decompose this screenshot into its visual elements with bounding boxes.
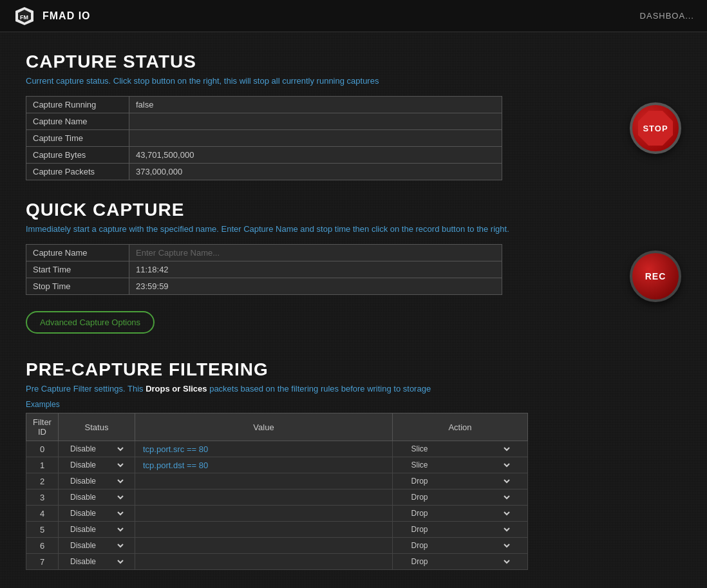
table-row: Capture Packets373,000,000: [26, 164, 502, 180]
capture-field-input[interactable]: [136, 248, 495, 258]
logo-area: FM FMAD IO: [13, 5, 91, 28]
row-label: Capture Bytes: [26, 147, 129, 164]
row-label: Capture Name: [26, 113, 129, 130]
filter-status-select[interactable]: DisableEnable: [68, 476, 126, 486]
filter-col-status: Status: [59, 413, 135, 441]
filtering-title: PRE-CAPTURE FILTERING: [26, 359, 681, 380]
table-row: Start Time: [26, 261, 502, 278]
filter-status-select[interactable]: DisableEnable: [68, 556, 126, 567]
capture-status-subtitle: Current capture status. Click stop butto…: [26, 76, 681, 86]
svg-text:FM: FM: [20, 14, 28, 21]
field-value[interactable]: [129, 245, 502, 261]
filter-status-select[interactable]: DisableEnable: [68, 508, 126, 518]
filter-status-select[interactable]: DisableEnable: [68, 460, 126, 470]
capture-field-input[interactable]: [136, 281, 495, 291]
table-row: Stop Time: [26, 278, 502, 295]
field-value[interactable]: [129, 261, 502, 278]
filter-status-select[interactable]: DisableEnable: [68, 492, 126, 502]
stop-button-inner: STOP: [638, 111, 673, 146]
field-label: Start Time: [26, 261, 129, 278]
capture-status-section: CAPTURE STATUS Current capture status. C…: [26, 52, 681, 180]
rec-button[interactable]: REC: [630, 251, 681, 302]
filter-table: Filter ID Status Value Action 0 DisableE…: [26, 413, 528, 570]
filter-action-cell[interactable]: SliceDrop: [393, 473, 528, 489]
stop-button[interactable]: STOP: [630, 102, 681, 154]
filter-id: 4: [26, 506, 59, 522]
quick-capture-table: Capture NameStart TimeStop Time: [26, 244, 502, 295]
filter-table-head: Filter ID Status Value Action: [26, 413, 528, 441]
filter-value-cell: [135, 489, 393, 506]
filter-action-select[interactable]: SliceDrop: [409, 476, 512, 486]
filter-action-cell[interactable]: SliceDrop: [393, 554, 528, 570]
rec-button-label: REC: [645, 271, 666, 281]
filtering-subtitle-plain: Pre Capture Filter settings. This: [26, 384, 146, 394]
logo-text: FMAD IO: [42, 10, 91, 22]
table-row: 2 DisableEnable SliceDrop: [26, 473, 528, 489]
row-label: Capture Running: [26, 97, 129, 113]
quick-capture-subtitle: Immediately start a capture with the spe…: [26, 224, 681, 234]
main-content: CAPTURE STATUS Current capture status. C…: [0, 32, 707, 588]
filter-action-select[interactable]: SliceDrop: [409, 492, 512, 502]
filter-action-select[interactable]: SliceDrop: [409, 524, 512, 535]
filter-status-cell[interactable]: DisableEnable: [59, 489, 135, 506]
filter-status-select[interactable]: DisableEnable: [68, 540, 126, 551]
filter-id: 1: [26, 457, 59, 473]
table-row: Capture Name: [26, 113, 502, 130]
filter-id: 3: [26, 489, 59, 506]
table-row: 3 DisableEnable SliceDrop: [26, 489, 528, 506]
filter-status-cell[interactable]: DisableEnable: [59, 522, 135, 538]
filter-status-cell[interactable]: DisableEnable: [59, 554, 135, 570]
filtering-subtitle-bold: Drops or Slices: [146, 384, 207, 394]
filter-status-cell[interactable]: DisableEnable: [59, 457, 135, 473]
filter-id: 6: [26, 538, 59, 554]
filter-action-select[interactable]: SliceDrop: [409, 508, 512, 518]
row-value: [129, 130, 502, 147]
table-row: 5 DisableEnable SliceDrop: [26, 522, 528, 538]
table-row: 1 DisableEnable tcp.port.dst == 80 Slice…: [26, 457, 528, 473]
header-nav[interactable]: DASHBOA...: [640, 11, 694, 21]
filter-status-select[interactable]: DisableEnable: [68, 524, 126, 535]
filter-status-select[interactable]: DisableEnable: [68, 444, 126, 454]
row-value: 373,000,000: [129, 164, 502, 180]
advanced-capture-options-link[interactable]: Advanced Capture Options: [26, 311, 155, 334]
field-value[interactable]: [129, 278, 502, 295]
filter-action-select[interactable]: SliceDrop: [409, 540, 512, 551]
filter-action-cell[interactable]: SliceDrop: [393, 522, 528, 538]
table-row: Capture Bytes43,701,500,000: [26, 147, 502, 164]
filter-col-value: Value: [135, 413, 393, 441]
stop-button-label: STOP: [643, 124, 668, 133]
capture-field-input[interactable]: [136, 265, 495, 274]
row-label: Capture Packets: [26, 164, 129, 180]
logo-icon: FM: [13, 5, 36, 28]
filter-status-cell[interactable]: DisableEnable: [59, 538, 135, 554]
table-row: Capture Name: [26, 245, 502, 261]
row-label: Capture Time: [26, 130, 129, 147]
table-row: 6 DisableEnable SliceDrop: [26, 538, 528, 554]
filter-action-cell[interactable]: SliceDrop: [393, 441, 528, 457]
filter-status-cell[interactable]: DisableEnable: [59, 506, 135, 522]
capture-table-wrap: Capture NameStart TimeStop Time: [26, 244, 617, 295]
filter-action-cell[interactable]: SliceDrop: [393, 489, 528, 506]
filter-action-cell[interactable]: SliceDrop: [393, 506, 528, 522]
filter-status-cell[interactable]: DisableEnable: [59, 441, 135, 457]
filter-status-cell[interactable]: DisableEnable: [59, 473, 135, 489]
table-row: 7 DisableEnable SliceDrop: [26, 554, 528, 570]
header: FM FMAD IO DASHBOA...: [0, 0, 707, 32]
filter-value-cell: [135, 554, 393, 570]
table-row: Capture Time: [26, 130, 502, 147]
filter-action-select[interactable]: SliceDrop: [409, 556, 512, 567]
filter-action-select[interactable]: SliceDrop: [409, 460, 512, 470]
filter-action-select[interactable]: SliceDrop: [409, 444, 512, 454]
advanced-capture-options-label: Advanced Capture Options: [40, 318, 140, 327]
capture-form-row: Capture NameStart TimeStop Time REC: [26, 244, 681, 302]
filter-value-cell: [135, 538, 393, 554]
table-row: 4 DisableEnable SliceDrop: [26, 506, 528, 522]
examples-label: Examples: [26, 400, 681, 409]
filter-value-cell: [135, 473, 393, 489]
filter-action-cell[interactable]: SliceDrop: [393, 457, 528, 473]
field-label: Capture Name: [26, 245, 129, 261]
pre-capture-filtering-section: PRE-CAPTURE FILTERING Pre Capture Filter…: [26, 359, 681, 570]
filter-id: 7: [26, 554, 59, 570]
filter-action-cell[interactable]: SliceDrop: [393, 538, 528, 554]
field-label: Stop Time: [26, 278, 129, 295]
